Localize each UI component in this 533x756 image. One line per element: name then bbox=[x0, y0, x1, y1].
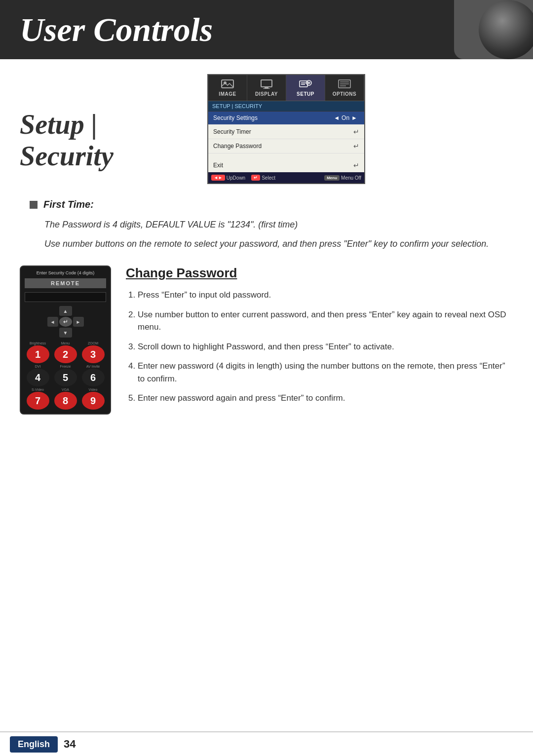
num-label-7: S-Video bbox=[32, 388, 44, 391]
image-tab-label: IMAGE bbox=[219, 91, 236, 97]
security-timer-label: Security Timer bbox=[213, 128, 353, 135]
osd-exit-item[interactable]: Exit ↵ bbox=[208, 158, 364, 172]
enter-icon: ↵ bbox=[251, 175, 260, 181]
osd-tab-display[interactable]: DISPLAY bbox=[247, 75, 286, 101]
num-label-6: AV Invite bbox=[86, 365, 100, 368]
camera-lens bbox=[479, 0, 533, 59]
osd-menu-item-security-timer[interactable]: Security Timer ↵ bbox=[208, 125, 364, 139]
osd-menu-item-change-password[interactable]: Change Password ↵ bbox=[208, 139, 364, 153]
change-pw-step-3: Scroll down to highlight Password, and t… bbox=[138, 340, 513, 353]
num-cell-7: S-Video 7 bbox=[25, 388, 51, 410]
select-label: Select bbox=[262, 175, 275, 181]
num-cell-4: DVI 4 bbox=[25, 365, 51, 386]
first-time-section: First Time: The Password is 4 digits, DE… bbox=[30, 199, 513, 251]
dpad-right-button[interactable]: ► bbox=[73, 317, 84, 327]
menu-off-label: Menu Off bbox=[341, 175, 361, 181]
updown-icon: ◄► bbox=[211, 175, 225, 181]
num-button-9[interactable]: 9 bbox=[82, 392, 105, 410]
num-label-5: Freeze bbox=[60, 365, 71, 368]
remote-display bbox=[25, 292, 106, 302]
num-cell-6: AV Invite 6 bbox=[80, 365, 106, 386]
num-cell-1: Brightness 1 bbox=[25, 341, 51, 363]
num-button-1[interactable]: 1 bbox=[27, 345, 49, 363]
dpad-down-button[interactable]: ▼ bbox=[59, 328, 72, 338]
dpad-middle-row: ◄ ↵ ► bbox=[47, 317, 84, 327]
image-tab-icon bbox=[221, 79, 234, 90]
num-label-2: Menu bbox=[61, 341, 70, 345]
first-time-list: The Password is 4 digits, DEFAULT VALUE … bbox=[44, 218, 513, 251]
svg-rect-4 bbox=[263, 88, 270, 89]
dpad-bottom-row: ▼ bbox=[59, 328, 72, 338]
change-password-title: Change Password bbox=[126, 265, 513, 281]
display-tab-label: DISPLAY bbox=[255, 91, 278, 97]
first-time-title: First Time: bbox=[43, 199, 94, 210]
top-section: Setup | Security IMAGE bbox=[20, 74, 513, 184]
num-button-7[interactable]: 7 bbox=[27, 392, 49, 410]
display-tab-icon bbox=[260, 79, 273, 90]
setup-tab-icon bbox=[299, 79, 312, 90]
enter-symbol-password: ↵ bbox=[353, 142, 359, 150]
osd-footer: ◄► UpDown ↵ Select Menu Menu Off bbox=[208, 172, 364, 183]
security-settings-value: On bbox=[342, 114, 349, 121]
setup-tab-label: SETUP bbox=[297, 91, 314, 97]
remote-label: REMOTE bbox=[25, 278, 106, 288]
updown-control: ◄► UpDown bbox=[211, 175, 245, 181]
osd-breadcrumb: SETUP | SECURITY bbox=[208, 101, 364, 112]
change-pw-step-4: Enter new password (4 digits in length) … bbox=[138, 360, 513, 385]
section-heading: Setup | Security bbox=[20, 109, 197, 172]
osd-panel: IMAGE DISPLAY bbox=[207, 74, 365, 184]
num-label-9: Video bbox=[89, 388, 98, 391]
menu-icon: Menu bbox=[324, 175, 340, 181]
svg-rect-0 bbox=[222, 80, 233, 88]
svg-rect-3 bbox=[265, 87, 268, 88]
content-area: Setup | Security IMAGE bbox=[0, 59, 533, 429]
remote-dpad: ▲ ◄ ↵ ► ▼ bbox=[25, 306, 106, 338]
num-cell-3: ZOOM 3 bbox=[80, 341, 106, 363]
main-row: Enter Security Code (4 digits) REMOTE ▲ … bbox=[20, 265, 513, 415]
heading-area: Setup | Security bbox=[20, 74, 197, 182]
num-label-3: ZOOM bbox=[88, 341, 98, 345]
num-button-2[interactable]: 2 bbox=[54, 345, 77, 363]
num-cell-2: Menu 2 bbox=[52, 341, 78, 363]
security-settings-label: Security Settings bbox=[213, 114, 332, 121]
osd-menu: Security Settings ◄ On ► Security Timer … bbox=[208, 112, 364, 172]
num-button-8[interactable]: 8 bbox=[54, 392, 77, 410]
change-pw-step-1: Press “Enter” to input old password. bbox=[138, 289, 513, 302]
page-footer: English 34 bbox=[0, 731, 533, 756]
dpad-enter-button[interactable]: ↵ bbox=[59, 317, 72, 327]
first-time-item-1: The Password is 4 digits, DEFAULT VALUE … bbox=[44, 218, 513, 231]
menu-off-control: Menu Menu Off bbox=[324, 175, 361, 181]
num-button-6[interactable]: 6 bbox=[82, 369, 105, 386]
osd-tab-setup[interactable]: SETUP bbox=[286, 75, 325, 101]
num-button-5[interactable]: 5 bbox=[54, 369, 77, 386]
remote-title-bar: Enter Security Code (4 digits) bbox=[25, 270, 106, 275]
num-label-8: VGA bbox=[62, 388, 69, 391]
osd-tab-options[interactable]: OPTIONS bbox=[325, 75, 364, 101]
osd-tab-image[interactable]: IMAGE bbox=[208, 75, 247, 101]
num-button-3[interactable]: 3 bbox=[82, 345, 105, 363]
num-cell-8: VGA 8 bbox=[52, 388, 78, 410]
osd-tabs: IMAGE DISPLAY bbox=[208, 75, 364, 101]
camera-decoration bbox=[454, 0, 533, 59]
change-password-section: Change Password Press “Enter” to input o… bbox=[126, 265, 513, 415]
exit-label: Exit bbox=[213, 162, 223, 169]
num-cell-9: Video 9 bbox=[80, 388, 106, 410]
remote-panel: Enter Security Code (4 digits) REMOTE ▲ … bbox=[20, 265, 111, 415]
first-time-item-2: Use number buttons on the remote to sele… bbox=[44, 237, 513, 251]
enter-symbol-timer: ↵ bbox=[353, 128, 359, 136]
num-label-4: DVI bbox=[35, 365, 41, 368]
change-password-list: Press “Enter” to input old password. Use… bbox=[138, 289, 513, 405]
change-password-label: Change Password bbox=[213, 143, 353, 150]
num-label-1: Brightness bbox=[30, 341, 46, 345]
right-arrow-icon: ► bbox=[351, 114, 357, 121]
svg-rect-5 bbox=[300, 81, 307, 87]
num-button-4[interactable]: 4 bbox=[27, 369, 49, 386]
page-title: User Controls bbox=[20, 10, 213, 49]
dpad-left-button[interactable]: ◄ bbox=[47, 317, 58, 327]
num-cell-5: Freeze 5 bbox=[52, 365, 78, 386]
change-pw-step-2: Use number button to enter current passw… bbox=[138, 308, 513, 334]
osd-menu-item-security-settings[interactable]: Security Settings ◄ On ► bbox=[208, 112, 364, 125]
dpad-up-button[interactable]: ▲ bbox=[59, 306, 72, 316]
left-arrow-icon: ◄ bbox=[334, 114, 340, 121]
dpad-top-row: ▲ bbox=[59, 306, 72, 316]
